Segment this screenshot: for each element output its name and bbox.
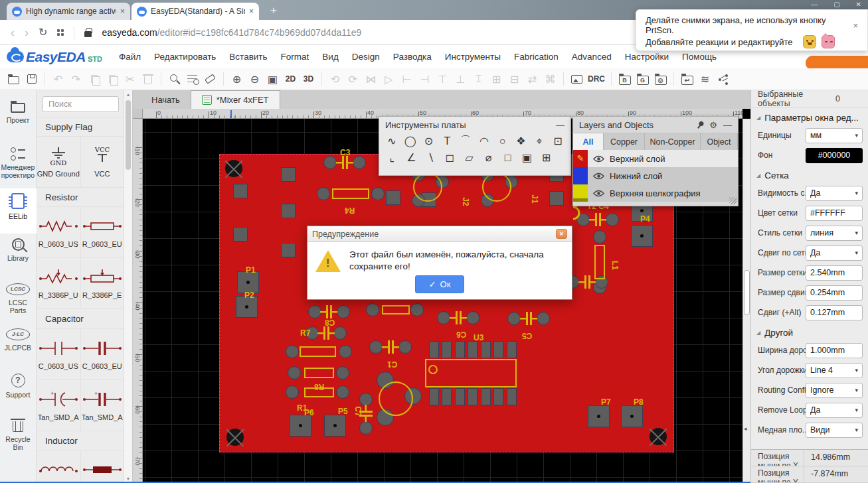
scroll-up-icon[interactable]: ▲ (124, 92, 132, 97)
url-text[interactable]: easyeda.com/editor#id=c198fc641d784c74b9… (102, 27, 361, 38)
solid-region-tool-icon[interactable]: ▱ (461, 150, 477, 165)
doc-tab-start[interactable]: Начать (141, 90, 191, 109)
parts-item[interactable]: L_0603_EU (80, 450, 124, 483)
apps-grid-icon[interactable] (57, 29, 64, 36)
sidebar-item-support[interactable]: ?Support (0, 369, 37, 414)
minimize-icon[interactable]: — (556, 120, 564, 130)
resize-handle[interactable] (729, 197, 737, 204)
field-select[interactable]: Да▾ (806, 403, 863, 418)
image-tool-icon[interactable]: ⊡ (550, 133, 566, 149)
line-tool-icon[interactable]: ∖ (422, 150, 439, 165)
bom-folder-icon[interactable]: B (618, 71, 632, 87)
pin-icon[interactable] (695, 119, 705, 130)
tab-object[interactable]: Object (701, 133, 738, 150)
sidebar-item-lcsc[interactable]: LCSCLCSC Parts (0, 279, 37, 324)
share-icon[interactable] (716, 71, 730, 87)
sidebar-item-library[interactable]: Library (0, 234, 37, 279)
back-icon[interactable]: ‹ (11, 27, 15, 38)
layer-color-swatch[interactable]: ✎ (573, 150, 588, 167)
field-input[interactable]: 0.127mm (806, 305, 863, 320)
sidebar-item-проект[interactable]: Проект (0, 98, 37, 143)
text-tool-icon[interactable]: T (439, 133, 455, 149)
zoom-out-icon[interactable]: ⊖ (248, 71, 262, 87)
field-select[interactable]: Line 4▾ (806, 363, 863, 378)
eye-visibility-icon[interactable] (593, 155, 604, 163)
devil-emoji-icon[interactable] (822, 35, 835, 48)
menu-item[interactable]: Настройки (619, 49, 675, 64)
new-tab-button[interactable]: + (266, 5, 282, 17)
tab-close-icon[interactable]: × (120, 7, 125, 16)
reload-icon[interactable]: ↻ (39, 26, 47, 38)
layers-icon[interactable]: ≋ (698, 71, 712, 87)
sidebar-item-recycle[interactable]: Recycle Bin (0, 414, 37, 459)
eraser-icon[interactable] (203, 71, 217, 87)
arc-center-tool-icon[interactable]: ◠ (476, 133, 492, 149)
color-swatch-field[interactable]: #000000 (806, 148, 863, 163)
close-icon[interactable]: × (853, 21, 858, 31)
eye-visibility-icon[interactable] (593, 172, 604, 180)
parts-item[interactable]: L_0603_US (37, 450, 80, 483)
arc-tool-icon[interactable]: ⌒ (458, 133, 474, 149)
protractor-tool-icon[interactable]: ∠ (403, 150, 420, 165)
scrollbar-thumb[interactable] (126, 100, 131, 170)
search-list-icon[interactable] (185, 71, 199, 87)
parts-item[interactable]: R_0603_EU (80, 206, 124, 257)
sidebar-item-jlcpcb[interactable]: J·LCJLCPCB (0, 324, 37, 369)
rect-tool-icon[interactable]: □ (499, 150, 516, 165)
save-icon[interactable] (25, 71, 39, 87)
tab-all[interactable]: All (573, 133, 604, 150)
scrollbar-thumb[interactable] (744, 270, 750, 315)
menu-item[interactable]: Разводка (387, 49, 438, 64)
minimize-icon[interactable]: — (723, 120, 732, 130)
panel-collapse-icon[interactable]: ◂ (744, 425, 747, 432)
inspector-section-header[interactable]: ◢Параметры окна ред... (751, 107, 868, 125)
doc-tab-mixer[interactable]: *Mixer 4xFET (191, 90, 280, 109)
parts-item[interactable]: +Tan_SMD_A (37, 380, 80, 431)
menu-item[interactable]: Format (275, 49, 315, 64)
parts-item[interactable]: VCCVCC (80, 136, 124, 187)
gear-icon[interactable]: ⚙ (709, 120, 717, 130)
parts-scrollbar[interactable]: ▲ ▼ (124, 90, 132, 483)
menu-item[interactable]: Вид (316, 49, 344, 64)
pickplace-folder-icon[interactable]: ◎ (653, 71, 667, 87)
parts-item[interactable]: C_0603_EU (80, 328, 124, 380)
parts-item[interactable]: R_3386P_E (80, 257, 124, 309)
via-tool-icon[interactable]: ⊙ (421, 133, 437, 149)
sidebar-item-менеджер[interactable]: Менеджер проектиро (0, 143, 37, 188)
field-select[interactable]: Да▾ (806, 186, 863, 201)
window-restore-icon[interactable]: ▢ (833, 1, 839, 8)
canvas-scrollbar[interactable]: ◂ (742, 119, 750, 483)
group-tool-icon[interactable]: ▣ (519, 150, 535, 165)
inspector-section-header[interactable]: ◢Другой (751, 322, 868, 340)
smiley-emoji-icon[interactable] (803, 35, 816, 48)
menu-item[interactable]: Помощь (676, 49, 723, 64)
easyeda-logo[interactable]: EasyEDA STD (7, 49, 102, 65)
view-2d-button[interactable]: 2D (284, 71, 298, 87)
inspector-section-header[interactable]: ◢Сетка (751, 165, 868, 183)
menu-item[interactable]: Файл (113, 49, 147, 64)
dialog-titlebar[interactable]: Предупреждение × (307, 226, 572, 242)
circle-tool-icon[interactable]: ○ (495, 133, 511, 149)
gerber-folder-icon[interactable]: G (636, 71, 650, 87)
layer-color-swatch[interactable] (573, 184, 588, 202)
layer-color-swatch[interactable] (573, 167, 588, 184)
track-tool-icon[interactable]: ∿ (384, 133, 400, 149)
window-minimize-icon[interactable]: — (811, 1, 818, 8)
zoom-in-icon[interactable]: ⊕ (230, 71, 244, 87)
zoom-fit-icon[interactable]: ▣ (266, 71, 280, 87)
menu-item[interactable]: Редактировать (148, 49, 222, 64)
parts-item[interactable]: R_3386P_U (37, 257, 80, 309)
panelize-tool-icon[interactable]: ⊞ (538, 150, 555, 165)
forward-icon[interactable]: › (25, 27, 29, 38)
parts-item[interactable]: +Tan_SMD_A (80, 380, 124, 431)
open-file-icon[interactable] (7, 71, 21, 87)
field-input[interactable]: 0.254mm (806, 285, 863, 301)
parts-item[interactable]: R_0603_US (37, 206, 80, 257)
scroll-down-icon[interactable]: ▼ (124, 476, 132, 481)
browser-tab-2[interactable]: EasyEDA(Standard) - A Sim × (131, 3, 259, 20)
tab-copper[interactable]: Copper (604, 133, 645, 150)
pad-tool-icon[interactable]: ◯ (402, 133, 418, 149)
eye-visibility-icon[interactable] (593, 190, 604, 197)
menu-item[interactable]: Design (346, 49, 386, 64)
field-select[interactable]: Да▾ (806, 245, 863, 261)
